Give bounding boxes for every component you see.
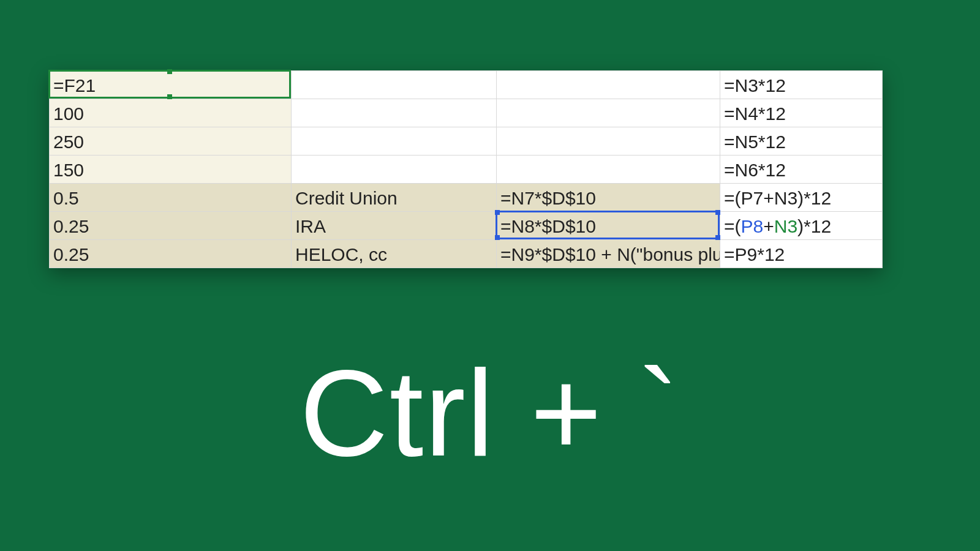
cell-a6[interactable]: 0.25	[50, 212, 292, 240]
cell-c4[interactable]	[497, 156, 720, 184]
keyboard-shortcut-label: Ctrl + `	[0, 343, 980, 484]
formula-part: )*12	[797, 216, 831, 236]
cell-a3[interactable]: 250	[50, 127, 292, 156]
cell-a4[interactable]: 150	[50, 156, 292, 184]
cell-ref-p8: P8	[741, 216, 764, 236]
cell-b3[interactable]	[292, 127, 497, 156]
cell-c1[interactable]	[497, 71, 720, 99]
cell-d4[interactable]: =N6*12	[720, 156, 883, 184]
cell-d1[interactable]: =N3*12	[720, 71, 883, 99]
cell-b2[interactable]	[292, 99, 497, 127]
cell-d7[interactable]: =P9*12	[720, 240, 883, 268]
cell-a1[interactable]: =F21	[50, 71, 292, 99]
cell-a2[interactable]: 100	[50, 99, 292, 127]
formula-part: =(	[724, 216, 741, 236]
cell-d2[interactable]: =N4*12	[720, 99, 883, 127]
cell-c5[interactable]: =N7*$D$10	[497, 184, 720, 212]
spreadsheet-fragment: =F21 =N3*12 100 =N4*12 250 =N5*12 150	[49, 70, 882, 268]
cell-d3[interactable]: =N5*12	[720, 127, 883, 156]
cell-b5[interactable]: Credit Union	[292, 184, 497, 212]
cell-c3[interactable]	[497, 127, 720, 156]
cell-c7[interactable]: =N9*$D$10 + N("bonus plu	[497, 240, 720, 268]
cell-d6[interactable]: =(P8+N3)*12	[720, 212, 883, 240]
cell-a7[interactable]: 0.25	[50, 240, 292, 268]
cell-c2[interactable]	[497, 99, 720, 127]
cell-c6[interactable]: =N8*$D$10	[497, 212, 720, 240]
cell-b6[interactable]: IRA	[292, 212, 497, 240]
formula-grid[interactable]: =F21 =N3*12 100 =N4*12 250 =N5*12 150	[49, 70, 883, 268]
formula-part: +	[763, 216, 774, 236]
cell-b7[interactable]: HELOC, cc	[292, 240, 497, 268]
cell-b4[interactable]	[292, 156, 497, 184]
cell-a5[interactable]: 0.5	[50, 184, 292, 212]
cell-b1[interactable]	[292, 71, 497, 99]
cell-d5[interactable]: =(P7+N3)*12	[720, 184, 883, 212]
cell-ref-n3: N3	[774, 216, 797, 236]
